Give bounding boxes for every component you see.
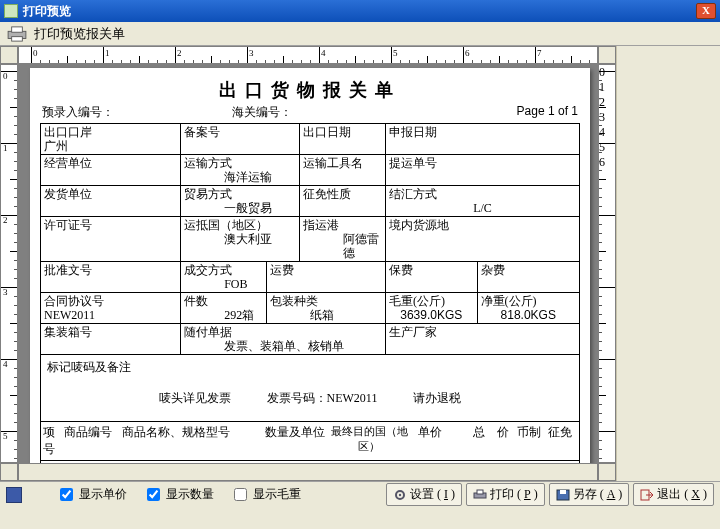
preview-canvas[interactable]: 出口货物报关单 预录入编号： 海关编号： Page 1 of 1 出口口岸广州 … [18,64,598,463]
items-header: 项号 商品编号 商品名称、规格型号 数量及单位 最终目的国（地区） 单价 总 价… [40,422,580,461]
fld-bill-no: 提运单号 [385,155,579,186]
mode-toggle-icon[interactable] [6,487,22,503]
window-title: 打印预览 [23,3,696,20]
fld-declare-date: 申报日期 [385,124,579,155]
checkbox-show-gross[interactable]: 显示毛重 [230,485,301,504]
window-titlebar: 打印预览 X [0,0,720,22]
ruler-corner-bl [0,463,18,481]
fld-pkg-type: 包装种类纸箱 [267,293,386,324]
toolbar: 打印预览报关单 [0,22,720,46]
ruler-corner-tr [598,46,616,64]
checkbox-show-qty[interactable]: 显示数量 [143,485,214,504]
marks-notes-section: 标记唛码及备注 唛头详见发票 发票号码：NEW2011 请办退税 [40,355,580,422]
svg-rect-8 [560,490,566,494]
fld-dest-port: 指运港阿德雷德 [299,217,385,262]
settings-button[interactable]: 设置(I) [386,483,462,506]
marks-notes-label: 标记唛码及备注 [47,359,573,386]
marks-notes-content: 唛头详见发票 发票号码：NEW2011 请办退税 [47,386,573,413]
fld-approval-no: 批准文号 [41,262,181,293]
fld-contract-no: 合同协议号NEW2011 [41,293,181,324]
fld-net-weight: 净重(公斤)818.0KGS [477,293,579,324]
document-page: 出口货物报关单 预录入编号： 海关编号： Page 1 of 1 出口口岸广州 … [30,68,590,463]
fld-shipper: 发货单位 [41,186,181,217]
preview-workarea: 012345678 0123456 0123456 出口货物报关单 预录入编号：… [0,46,616,481]
fld-misc: 杂费 [477,262,579,293]
declaration-form: 出口口岸广州 备案号 出口日期 申报日期 经营单位 运输方式海洋运输 运输工具名… [40,123,580,355]
fld-transport-name: 运输工具名 [299,155,385,186]
fld-license-no: 许可证号 [41,217,181,262]
exit-button[interactable]: 退出(X) [633,483,714,506]
saveas-button[interactable]: 另存(A) [549,483,630,506]
ruler-corner-br [598,463,616,481]
page-indicator: Page 1 of 1 [468,104,578,121]
fld-operator: 经营单位 [41,155,181,186]
ruler-corner [0,46,18,64]
fld-export-port: 出口口岸广州 [41,124,181,155]
fld-deal-mode: 成交方式FOB [181,262,267,293]
fld-insurance: 保费 [385,262,477,293]
doc-header-line: 预录入编号： 海关编号： Page 1 of 1 [40,104,580,123]
fld-container-no: 集装箱号 [41,324,181,355]
fld-trade-mode: 贸易方式一般贸易 [181,186,300,217]
footer-bar: 显示单价 显示数量 显示毛重 设置(I) 打印(P) 另存(A) 退出(X) [0,481,720,507]
printer-icon[interactable] [6,26,28,42]
save-icon [556,489,570,501]
exit-icon [640,489,654,501]
toolbar-title: 打印预览报关单 [34,25,125,43]
fld-exemption: 征免性质 [299,186,385,217]
doc-title: 出口货物报关单 [40,74,580,104]
svg-rect-2 [12,36,23,40]
svg-rect-1 [12,26,23,31]
fld-origin: 境内货源地 [385,217,579,262]
fld-settlement: 结汇方式L/C [385,186,579,217]
checkbox-show-price[interactable]: 显示单价 [56,485,127,504]
svg-point-4 [399,493,401,495]
fld-export-date: 出口日期 [299,124,385,155]
right-panel [616,46,720,481]
ruler-vertical-left: 0123456 [0,64,18,463]
pre-entry-no-label: 预录入编号： [42,104,202,121]
fld-manufacturer: 生产厂家 [385,324,579,355]
fld-dest-country: 运抵国（地区）澳大利亚 [181,217,300,262]
fld-transport-mode: 运输方式海洋运输 [181,155,300,186]
fld-record-no: 备案号 [181,124,300,155]
scrollbar-horizontal[interactable] [18,463,598,481]
ruler-horizontal: 012345678 [18,46,598,64]
app-icon [4,4,18,18]
fld-gross-weight: 毛重(公斤)3639.0KGS [385,293,477,324]
print-button[interactable]: 打印(P) [466,483,545,506]
fld-attached-docs: 随付单据发票、装箱单、核销单 [181,324,386,355]
fld-pkg-count: 件数292箱 [181,293,267,324]
printer-small-icon [473,489,487,501]
customs-no-label: 海关编号： [202,104,468,121]
gear-icon [393,489,407,501]
close-icon[interactable]: X [696,3,716,19]
svg-rect-6 [477,490,483,494]
ruler-vertical-right: 0123456 [598,64,616,463]
fld-freight: 运费 [267,262,386,293]
